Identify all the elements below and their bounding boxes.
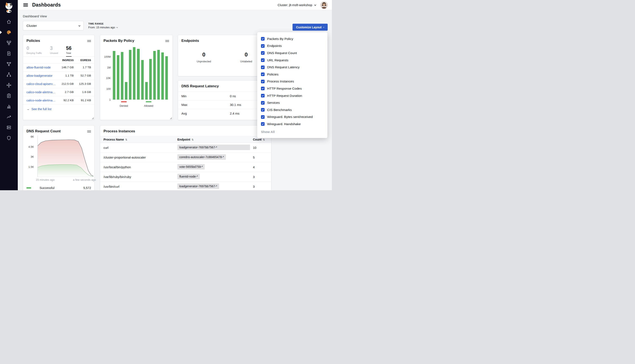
menu-icon[interactable]: [23, 2, 28, 7]
sidebar-item-shield[interactable]: [0, 133, 18, 143]
policies-stat-unused[interactable]: 3Unused: [50, 46, 58, 56]
sort-icon[interactable]: ⇅: [125, 138, 127, 141]
y-axis-tick: 4.5K: [28, 146, 34, 148]
menu-item-dns-request-latency[interactable]: DNS Request Latency: [257, 64, 327, 71]
trends-icon: [6, 114, 12, 120]
menu-item-label: HTTP Response Codes: [267, 87, 302, 90]
checkbox-checked-icon[interactable]: [261, 37, 265, 40]
bar[interactable]: [121, 52, 123, 100]
checkbox-checked-icon[interactable]: [261, 122, 265, 126]
bar[interactable]: [133, 47, 135, 100]
menu-item-http-request-duration[interactable]: HTTP Request Duration: [257, 92, 327, 99]
checkbox-checked-icon[interactable]: [261, 87, 265, 90]
checkbox-checked-icon[interactable]: [261, 80, 265, 83]
drag-handle-icon[interactable]: [87, 130, 91, 133]
policies-stat-total[interactable]: 56Total: [66, 46, 72, 57]
bar[interactable]: [117, 55, 119, 100]
col-egress: EGRESS: [74, 59, 91, 62]
bar[interactable]: [113, 51, 115, 100]
sidebar-item-network[interactable]: [0, 38, 18, 48]
menu-item-policies[interactable]: Policies: [257, 71, 327, 78]
drag-handle-icon[interactable]: [165, 39, 169, 43]
bar[interactable]: [145, 82, 148, 100]
col-count[interactable]: Count⇅: [253, 138, 268, 141]
bar[interactable]: [153, 51, 156, 100]
menu-item-url-requests[interactable]: URL Requests: [257, 57, 327, 64]
sidebar-item-bar-chart[interactable]: [0, 101, 18, 112]
bar[interactable]: [149, 59, 152, 100]
menu-item-packets-by-policy[interactable]: Packets By Policy: [257, 35, 327, 42]
checkbox-checked-icon[interactable]: [261, 101, 265, 105]
bar[interactable]: [125, 82, 127, 100]
menu-item-cis-benchmarks[interactable]: CIS Benchmarks: [257, 106, 327, 114]
col-endpoint[interactable]: Endpoint⇅: [177, 138, 253, 141]
policy-link[interactable]: calico-cloud-apiserver-…: [27, 82, 57, 86]
bar[interactable]: [157, 50, 160, 100]
sidebar-item-compliance[interactable]: [0, 90, 18, 101]
endpoint-chip[interactable]: coredns-autoscaler-7c88465478-*: [177, 154, 226, 160]
sidebar-item-trends[interactable]: [0, 112, 18, 122]
bar[interactable]: [137, 49, 139, 100]
resize-handle-icon[interactable]: [92, 117, 94, 120]
avatar[interactable]: [320, 2, 328, 9]
menu-item-http-response-codes[interactable]: HTTP Response Codes: [257, 85, 327, 92]
time-range-value[interactable]: From: 15 minutes ago: [88, 26, 117, 29]
customize-layout-button[interactable]: Customize Layout: [293, 24, 328, 31]
drag-handle-icon[interactable]: [87, 39, 91, 43]
policy-link[interactable]: calico-node-alertmana…: [27, 90, 57, 94]
sidebar-item-dashboards[interactable]: [0, 27, 18, 38]
checkbox-checked-icon[interactable]: [261, 108, 265, 112]
menu-item-wireguard-handshake[interactable]: Wireguard. Handshake: [257, 120, 327, 128]
col-process-name[interactable]: Process Name⇅: [104, 138, 177, 141]
brand-logo[interactable]: [0, 0, 18, 14]
endpoint-chip[interactable]: loadgenerator-7697bb7567-*: [177, 144, 250, 150]
policies-card: Policies 0Denying Traffic3Unused56Total …: [23, 35, 95, 120]
policy-link[interactable]: calico-node-alertmana…: [27, 99, 57, 102]
bar[interactable]: [141, 60, 144, 100]
dashboard-view-select[interactable]: Cluster: [23, 21, 84, 30]
sidebar-item-service-graph[interactable]: [0, 59, 18, 69]
endpoint-chip[interactable]: vote-5655bd759-*: [177, 164, 205, 170]
checkbox-checked-icon[interactable]: [261, 72, 265, 76]
resize-handle-icon[interactable]: [170, 117, 172, 120]
sidebar-item-storage[interactable]: [0, 122, 18, 133]
egress-value: 125.3 GB: [74, 82, 91, 86]
bar[interactable]: [129, 50, 131, 100]
sidebar-item-home[interactable]: [0, 16, 18, 27]
packets-by-policy-card: Packets By Policy 100M1M10K1001 DeniedAl…: [100, 35, 173, 120]
menu-item-wireguard-bytes-sent-received[interactable]: Wireguard. Bytes sent/received: [257, 114, 327, 121]
checkbox-checked-icon[interactable]: [261, 44, 265, 48]
policy-link[interactable]: allow-loadgenerator: [27, 74, 57, 77]
chevron-down-icon: [78, 24, 80, 27]
sidebar-item-policies[interactable]: [0, 48, 18, 59]
menu-item-endpoints[interactable]: Endpoints: [257, 42, 327, 50]
show-all-button[interactable]: Show All: [257, 130, 327, 134]
endpoint-chip[interactable]: loadgenerator-7697bb7567-*: [177, 184, 219, 189]
sort-icon[interactable]: ⇅: [191, 138, 194, 141]
policy-link[interactable]: allow-fluentd-node: [27, 66, 57, 69]
policies-stat-denying-traffic[interactable]: 0Denying Traffic: [27, 46, 42, 56]
checkbox-checked-icon[interactable]: [261, 51, 265, 55]
see-full-list-link[interactable]: See the full list: [32, 108, 51, 111]
checkbox-checked-icon[interactable]: [261, 58, 265, 62]
bar[interactable]: [165, 56, 168, 100]
menu-item-process-instances[interactable]: Process Instances: [257, 78, 327, 85]
sort-icon[interactable]: ⇅: [263, 138, 265, 141]
y-axis-tick: 3K: [31, 155, 34, 158]
avatar-image: [320, 2, 328, 9]
flow-tree-icon: [6, 72, 12, 77]
dashboards-icon: [6, 30, 12, 35]
legend-swatch: [146, 101, 151, 102]
bar[interactable]: [161, 52, 164, 100]
table-row: /usr/bin/curlloadgenerator-7697bb7567-*3: [100, 182, 271, 190]
count-value: 4: [253, 166, 268, 169]
cluster-selector[interactable]: Cluster: jlt-msft-workshop: [278, 4, 316, 7]
sidebar-item-flow-tree[interactable]: [0, 69, 18, 80]
sidebar-item-cluster[interactable]: [0, 80, 18, 90]
endpoint-chip[interactable]: fluentd-node-*: [177, 174, 200, 179]
menu-item-dns-request-count[interactable]: DNS Request Count: [257, 50, 327, 57]
checkbox-checked-icon[interactable]: [261, 94, 265, 98]
menu-item-services[interactable]: Services: [257, 99, 327, 106]
checkbox-checked-icon[interactable]: [261, 66, 265, 69]
checkbox-checked-icon[interactable]: [261, 115, 265, 119]
